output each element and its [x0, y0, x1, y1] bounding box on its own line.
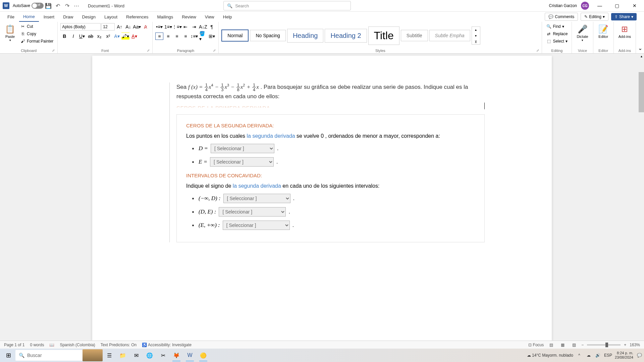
tray-onedrive-icon[interactable]: ☁ — [585, 352, 592, 359]
autosave-toggle[interactable] — [32, 3, 44, 9]
highlight-button[interactable]: 🖍▾ — [121, 33, 129, 40]
text-predictions[interactable]: Text Predictions: On — [101, 343, 137, 347]
styles-down-button[interactable]: ▾ — [472, 33, 480, 38]
style-heading[interactable]: Heading — [287, 29, 324, 43]
page-indicator[interactable]: Page 1 of 1 — [4, 343, 24, 347]
taskbar-clock[interactable]: 8:24 p. m. 23/08/2024 — [615, 351, 633, 360]
shading-button[interactable]: 🪣▾ — [199, 33, 207, 40]
clipboard-launcher[interactable]: ⤢ — [52, 49, 55, 52]
weather-widget[interactable]: ☁ 14°C Mayorm. nublado — [527, 353, 573, 358]
zoom-level[interactable]: 163% — [630, 343, 640, 347]
tab-review[interactable]: Review — [178, 12, 200, 21]
editor-button[interactable]: 📝 Editor — [596, 23, 611, 39]
spell-check-icon[interactable]: 📖 — [49, 343, 54, 347]
select-interval1[interactable]: [ Seleccionar ] — [223, 194, 290, 203]
multilevel-button[interactable]: ⋮≡▾ — [173, 23, 181, 31]
styles-up-button[interactable]: ▴ — [472, 27, 480, 32]
vertical-scrollbar[interactable]: ▴ — [639, 54, 644, 341]
tab-insert[interactable]: Insert — [40, 12, 59, 21]
shrink-font-button[interactable]: A↓ — [124, 23, 132, 31]
select-e[interactable]: [ Seleccionar ] — [210, 157, 274, 167]
styles-more-button[interactable]: ⊻ — [472, 39, 480, 44]
tab-design[interactable]: Design — [78, 12, 100, 21]
font-name-select[interactable] — [60, 23, 101, 31]
scrollbar-thumb[interactable] — [639, 72, 644, 112]
superscript-button[interactable]: x² — [104, 33, 112, 40]
page[interactable]: Sea f (x) = 14x4 − 13x3 − 18x2 + 14x . P… — [92, 56, 552, 341]
task-view-button[interactable]: ☰ — [103, 349, 116, 361]
style-normal[interactable]: Normal — [221, 29, 249, 42]
increase-indent-button[interactable]: ⇥ — [190, 23, 198, 31]
edge-app[interactable]: 🌐 — [143, 349, 156, 361]
snip-app[interactable]: ✂ — [156, 349, 170, 361]
addins-button[interactable]: ⊞ Add-ins — [616, 23, 633, 39]
underline-button[interactable]: U▾ — [78, 33, 86, 40]
tab-help[interactable]: Help — [219, 12, 236, 21]
file-explorer-app[interactable]: 📁 — [116, 349, 129, 361]
align-right-button[interactable]: ≡ — [173, 33, 181, 40]
change-case-button[interactable]: Aa▾ — [133, 23, 141, 31]
numbering-button[interactable]: 1≡▾ — [164, 23, 172, 31]
word-app[interactable]: W — [183, 349, 197, 361]
select-button[interactable]: ⬚Select ▾ — [545, 38, 569, 45]
redo-icon[interactable]: ↷ — [64, 2, 70, 9]
styles-launcher[interactable]: ⤢ — [536, 49, 539, 52]
tab-mailings[interactable]: Mailings — [153, 12, 177, 21]
bullets-button[interactable]: •≡▾ — [155, 23, 163, 31]
comments-button[interactable]: 💬 Comments — [545, 13, 578, 21]
tab-layout[interactable]: Layout — [100, 12, 121, 21]
style-heading2[interactable]: Heading 2 — [325, 29, 367, 43]
language-indicator[interactable]: Spanish (Colombia) — [60, 343, 95, 347]
align-center-button[interactable]: ≡ — [164, 33, 172, 40]
show-marks-button[interactable]: ¶ — [208, 23, 216, 31]
style-title[interactable]: Title — [368, 26, 399, 45]
style-nospacing[interactable]: No Spacing — [250, 30, 285, 41]
web-layout-button[interactable]: ▨ — [570, 342, 578, 348]
editing-mode-button[interactable]: ✎ Editing ▾ — [581, 13, 608, 21]
ribbon-collapse-button[interactable]: ⌄ — [638, 45, 642, 51]
close-button[interactable]: ✕ — [628, 1, 641, 11]
italic-button[interactable]: I — [69, 33, 77, 40]
mail-app[interactable]: ✉ — [129, 349, 143, 361]
tray-volume-icon[interactable]: 🔊 — [595, 352, 601, 359]
ime-indicator[interactable]: ESP — [604, 353, 612, 358]
zoom-in-button[interactable]: + — [624, 343, 626, 347]
replace-button[interactable]: ⇄Replace — [545, 31, 569, 37]
tray-overflow-button[interactable]: ^ — [576, 352, 583, 359]
borders-button[interactable]: ⊞▾ — [208, 33, 216, 40]
clear-format-button[interactable]: A̷ — [142, 23, 150, 31]
search-box[interactable]: 🔍 Search — [223, 1, 351, 10]
find-button[interactable]: 🔍Find ▾ — [545, 23, 569, 30]
start-button[interactable]: ⊞ — [1, 349, 15, 361]
taskbar-search[interactable]: 🔍 Buscar — [15, 350, 83, 361]
word-count[interactable]: 0 words — [30, 343, 44, 347]
style-subtle-empha[interactable]: Subtle Empha — [429, 30, 470, 41]
tab-file[interactable]: File — [3, 12, 18, 21]
select-interval2[interactable]: [ Seleccionar ] — [219, 207, 286, 217]
bold-button[interactable]: B — [60, 33, 68, 40]
zoom-out-button[interactable]: − — [581, 343, 584, 347]
share-button[interactable]: ⇪ Share ▾ — [611, 13, 637, 20]
tab-home[interactable]: Home — [19, 12, 39, 22]
dictate-button[interactable]: 🎤 Dictate▾ — [575, 23, 590, 43]
sort-button[interactable]: A↓Z — [199, 23, 207, 31]
strikethrough-button[interactable]: ab — [87, 33, 95, 40]
save-icon[interactable]: 💾 — [45, 2, 52, 9]
text-effects-button[interactable]: A▾ — [113, 33, 121, 40]
grow-font-button[interactable]: A↑ — [115, 23, 123, 31]
print-layout-button[interactable]: ▦ — [558, 342, 567, 348]
tab-view[interactable]: View — [201, 12, 218, 21]
format-painter-button[interactable]: 🖌Format Painter — [19, 38, 55, 45]
font-launcher[interactable]: ⤢ — [147, 49, 150, 52]
select-interval3[interactable]: [ Seleccionar ] — [223, 221, 290, 230]
focus-mode[interactable]: ⊡ Focus — [528, 343, 544, 347]
style-subtitle[interactable]: Subtitle — [401, 30, 428, 41]
tab-references[interactable]: References — [122, 12, 152, 21]
user-avatar[interactable]: CG — [581, 2, 589, 10]
scroll-up-button[interactable]: ▴ — [639, 54, 644, 59]
chrome-app[interactable]: 🟡 — [197, 349, 210, 361]
paragraph-launcher[interactable]: ⤢ — [213, 49, 216, 52]
tab-draw[interactable]: Draw — [59, 12, 77, 21]
zoom-slider[interactable] — [587, 344, 621, 346]
firefox-app[interactable]: 🦊 — [170, 349, 183, 361]
